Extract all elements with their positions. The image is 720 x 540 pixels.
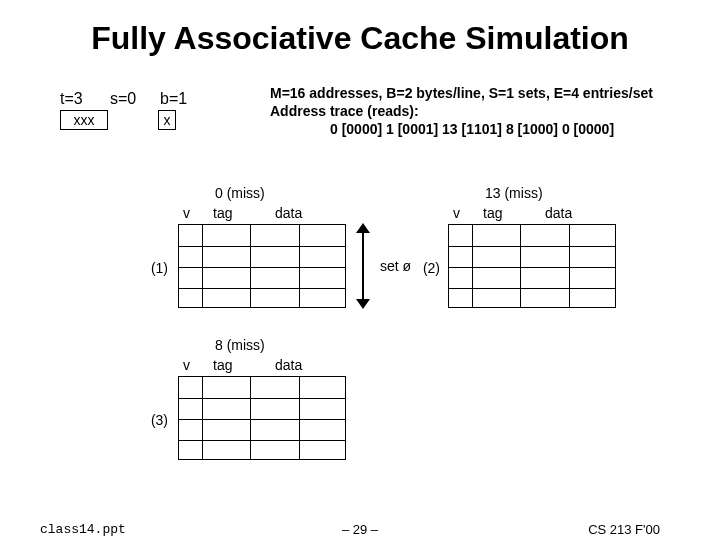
s-label: s=0 bbox=[110, 90, 160, 108]
col-header-v: v bbox=[453, 205, 460, 221]
miss-label-1: 0 (miss) bbox=[215, 185, 365, 201]
footer-course: CS 213 F'00 bbox=[588, 522, 660, 537]
config-description: M=16 addresses, B=2 bytes/line, S=1 sets… bbox=[270, 84, 653, 139]
col-header-data: data bbox=[275, 357, 302, 373]
col-header-tag: tag bbox=[483, 205, 502, 221]
step-3-number: (3) bbox=[140, 412, 168, 428]
col-header-data: data bbox=[275, 205, 302, 221]
slide-title: Fully Associative Cache Simulation bbox=[0, 20, 720, 57]
t-bits-box: xxx bbox=[60, 110, 108, 130]
step-1-number: (1) bbox=[140, 260, 168, 276]
b-bits-box: x bbox=[158, 110, 176, 130]
col-header-v: v bbox=[183, 357, 190, 373]
step-2-number: (2) bbox=[412, 260, 440, 276]
config-line-2: Address trace (reads): bbox=[270, 102, 653, 120]
set-bracket-arrow-1 bbox=[356, 223, 372, 309]
config-line-1: M=16 addresses, B=2 bytes/line, S=1 sets… bbox=[270, 84, 653, 102]
miss-label-2: 13 (miss) bbox=[485, 185, 635, 201]
col-header-tag: tag bbox=[213, 357, 232, 373]
miss-label-3: 8 (miss) bbox=[215, 337, 365, 353]
address-trace: 0 [0000] 1 [0001] 13 [1101] 8 [1000] 0 [… bbox=[270, 120, 653, 138]
cache-diagram-2: 13 (miss) v tag data bbox=[448, 224, 616, 308]
cache-diagram-1: 0 (miss) v tag data bbox=[178, 224, 346, 308]
col-header-v: v bbox=[183, 205, 190, 221]
t-label: t=3 bbox=[60, 90, 110, 108]
address-params: t=3 s=0 b=1 xxxx bbox=[60, 90, 200, 130]
set-label-1: set ø bbox=[380, 258, 411, 274]
b-label: b=1 bbox=[160, 90, 200, 108]
col-header-data: data bbox=[545, 205, 572, 221]
col-header-tag: tag bbox=[213, 205, 232, 221]
cache-diagram-3: 8 (miss) v tag data bbox=[178, 376, 346, 460]
